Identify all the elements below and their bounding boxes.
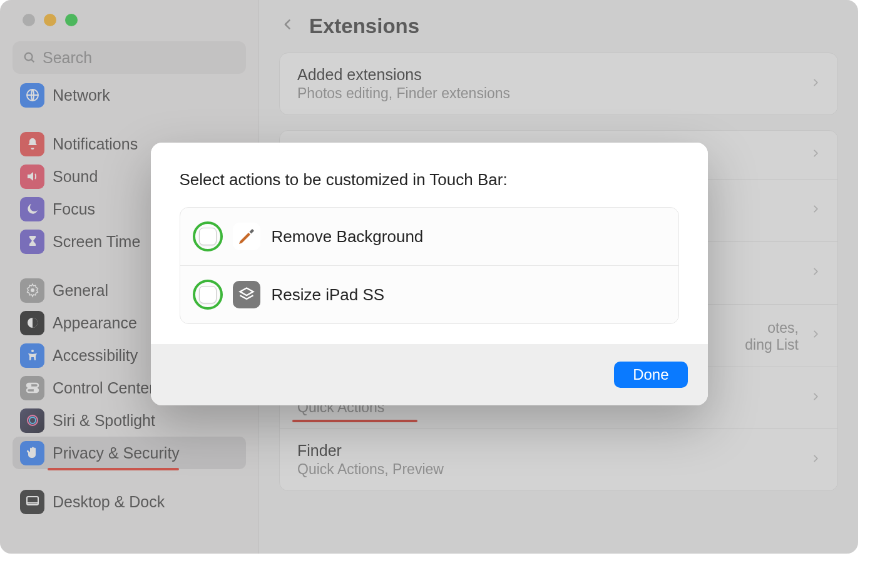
action-row-remove-background[interactable]: Remove Background (180, 208, 678, 266)
checkbox-highlight (193, 221, 223, 251)
layers-icon (233, 281, 260, 308)
modal-overlay: Select actions to be customized in Touch… (0, 0, 858, 554)
done-button[interactable]: Done (614, 362, 687, 388)
action-label: Resize iPad SS (272, 285, 385, 305)
checkbox[interactable] (199, 286, 217, 303)
brush-icon (233, 223, 260, 250)
checkbox[interactable] (199, 228, 217, 245)
checkbox-highlight (193, 280, 223, 310)
action-row-resize-ipad-ss[interactable]: Resize iPad SS (180, 266, 678, 323)
action-list: Remove Background Resize iPad SS (180, 207, 679, 324)
touchbar-actions-modal: Select actions to be customized in Touch… (151, 143, 708, 405)
action-label: Remove Background (272, 227, 424, 246)
modal-title: Select actions to be customized in Touch… (180, 170, 679, 190)
